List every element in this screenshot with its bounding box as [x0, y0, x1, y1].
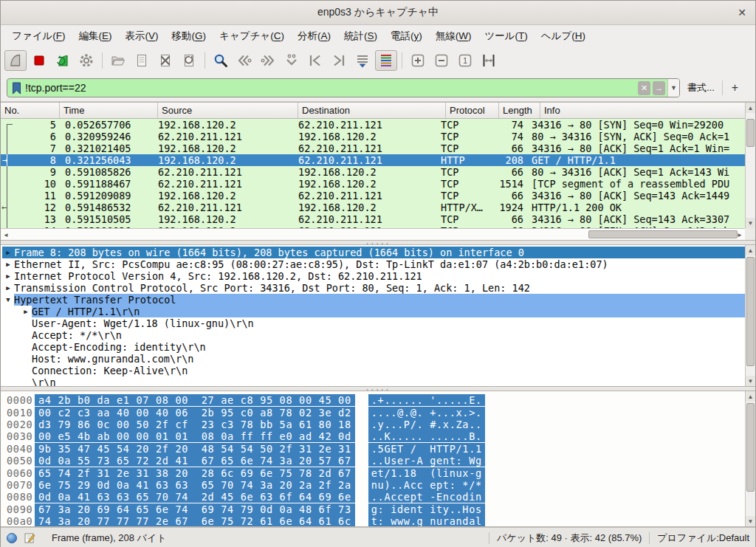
capture-comment-icon[interactable]: [24, 532, 35, 543]
packet-row-7[interactable]: 70.321021405192.168.120.262.210.211.121T…: [1, 142, 745, 154]
apply-filter-icon[interactable]: →: [653, 81, 665, 95]
go-forward-button[interactable]: [257, 50, 279, 71]
hex-row-0060[interactable]: 006065 74 2f 31 2e 31 38 20 28 6c 69 6e …: [1, 467, 755, 478]
hex-row-0040[interactable]: 00409b 35 47 45 54 20 2f 20 48 54 54 50 …: [1, 443, 755, 455]
collapsed-arrow-icon[interactable]: ▶: [2, 270, 14, 282]
file-save-button[interactable]: [131, 50, 153, 71]
close-icon[interactable]: ✕: [738, 7, 746, 18]
hex-row-0080[interactable]: 00800d 0a 41 63 63 65 70 74 2d 45 6e 63 …: [1, 491, 755, 503]
hex-row-0010[interactable]: 001000 c2 c3 aa 40 00 40 06 2b 95 c0 a8 …: [1, 406, 755, 418]
scroll-left-icon[interactable]: [1, 230, 11, 240]
menu-item-f[interactable]: ファイル(F): [5, 27, 72, 46]
menu-item-s[interactable]: 統計(S): [337, 27, 384, 46]
zoom-original-button[interactable]: 1: [454, 50, 476, 71]
vscrollbar-thumb[interactable]: [746, 403, 755, 492]
find-packet-button[interactable]: [210, 50, 232, 71]
packet-row-13[interactable]: 130.591510505192.168.120.262.210.211.121…: [1, 213, 745, 225]
zoom-in-button[interactable]: [407, 50, 429, 71]
zoom-out-button[interactable]: [430, 50, 453, 71]
vscrollbar-thumb[interactable]: [746, 257, 755, 366]
scroll-down-icon[interactable]: [746, 376, 755, 386]
hex-row-0090[interactable]: 009067 3a 20 69 64 65 6e 74 69 74 79 0d …: [1, 503, 755, 515]
column-header-no[interactable]: No.: [1, 103, 60, 118]
hex-row-0020[interactable]: 0020d3 79 86 0c 00 50 2f cf 23 c3 78 bb …: [1, 419, 755, 430]
menu-item-v[interactable]: 表示(V): [119, 27, 165, 46]
menu-item-y[interactable]: 電話(y): [384, 27, 429, 46]
scroll-down-icon[interactable]: [746, 218, 755, 228]
file-reload-button[interactable]: [178, 50, 200, 71]
packet-row-5[interactable]: 50.052657706192.168.120.262.210.211.121T…: [1, 119, 745, 131]
scroll-down-icon[interactable]: [746, 516, 755, 526]
vscrollbar-thumb[interactable]: [746, 119, 755, 147]
details-vscrollbar[interactable]: [745, 245, 755, 386]
detail-row-7[interactable]: Accept: */*\r\n: [2, 329, 745, 341]
detail-row-1[interactable]: ▶Ethernet II, Src: PcsCompu_ae:c8:95 (08…: [2, 258, 745, 270]
hex-row-0000[interactable]: 0000a4 2b b0 da e1 07 08 00 27 ae c8 95 …: [1, 394, 755, 406]
column-header-info[interactable]: Info: [540, 103, 745, 118]
detail-row-5[interactable]: ▶GET / HTTP/1.1\r\n: [2, 306, 745, 317]
file-open-button[interactable]: [107, 50, 129, 71]
colorize-button[interactable]: [375, 50, 397, 71]
menu-item-g[interactable]: 移動(G): [165, 27, 213, 46]
file-close-button[interactable]: [154, 50, 176, 71]
status-profile[interactable]: プロファイル:Default: [657, 531, 749, 545]
menu-item-t[interactable]: ツール(T): [478, 27, 534, 46]
column-header-source[interactable]: Source: [158, 103, 298, 118]
go-first-button[interactable]: [304, 50, 326, 71]
detail-row-3[interactable]: ▶Transmission Control Protocol, Src Port…: [2, 282, 745, 294]
menu-item-h[interactable]: ヘルプ(H): [535, 27, 592, 46]
packet-list-vscrollbar[interactable]: [745, 103, 755, 228]
hscrollbar-thumb[interactable]: [588, 230, 738, 238]
clear-filter-icon[interactable]: ✕: [638, 81, 650, 95]
capture-options-button[interactable]: [75, 50, 97, 71]
collapsed-arrow-icon[interactable]: ▶: [2, 247, 14, 258]
detail-row-8[interactable]: Accept-Encoding: identity\r\n: [2, 341, 745, 353]
display-filter-input[interactable]: [25, 80, 638, 96]
scroll-up-icon[interactable]: [746, 103, 755, 113]
expert-info-icon[interactable]: [7, 533, 17, 543]
hex-row-0070[interactable]: 00706e 75 29 0d 0a 41 63 63 65 70 74 3a …: [1, 479, 755, 491]
resize-columns-button[interactable]: [478, 50, 500, 71]
auto-scroll-button[interactable]: [351, 50, 374, 71]
column-header-length[interactable]: Length: [499, 103, 540, 118]
capture-stop-button[interactable]: [28, 50, 50, 71]
scroll-up-icon[interactable]: [746, 391, 755, 402]
hex-row-0050[interactable]: 00500d 0a 55 73 65 72 2d 41 67 65 6e 74 …: [1, 455, 755, 467]
collapsed-arrow-icon[interactable]: ▶: [2, 282, 14, 294]
detail-row-2[interactable]: ▶Internet Protocol Version 4, Src: 192.1…: [2, 270, 745, 282]
menu-item-w[interactable]: 無線(W): [429, 27, 478, 46]
detail-row-9[interactable]: Host: www.gnurandal.com\r\n: [2, 353, 745, 365]
detail-row-10[interactable]: Connection: Keep-Alive\r\n: [2, 365, 745, 376]
collapsed-arrow-icon[interactable]: ▶: [20, 306, 32, 317]
packet-row-9[interactable]: 90.59108582662.210.211.121192.168.120.2T…: [1, 166, 745, 178]
scroll-up-icon[interactable]: [746, 245, 755, 255]
bytes-vscrollbar[interactable]: [745, 391, 755, 526]
capture-restart-button[interactable]: [52, 50, 74, 71]
add-filter-button[interactable]: +: [723, 81, 747, 94]
column-header-protocol[interactable]: Protocol: [446, 103, 499, 118]
filter-expression-button[interactable]: 書式...: [680, 81, 722, 94]
title-bar[interactable]: enp0s3 からキャプチャ中 ✕: [1, 1, 755, 25]
column-header-destination[interactable]: Destination: [298, 103, 446, 118]
filter-history-dropdown-icon[interactable]: ▼: [667, 79, 679, 97]
hex-row-0030[interactable]: 003000 e5 4b ab 00 00 01 01 08 0a ff ff …: [1, 430, 755, 442]
packet-row-8[interactable]: 80.321256043192.168.120.262.210.211.121H…: [1, 154, 745, 166]
expanded-arrow-icon[interactable]: ▼: [2, 294, 14, 306]
go-back-button[interactable]: [233, 50, 255, 71]
menu-item-e[interactable]: 編集(E): [72, 27, 119, 46]
column-header-time[interactable]: Time: [60, 103, 158, 118]
menu-item-c[interactable]: キャプチャ(C): [213, 27, 291, 46]
packet-row-6[interactable]: 60.32095924662.210.211.121192.168.120.2T…: [1, 131, 745, 142]
packet-row-12[interactable]: 120.59148653262.210.211.121192.168.120.2…: [1, 202, 745, 213]
capture-start-button[interactable]: [4, 50, 27, 71]
hex-row-00a0[interactable]: 00a074 3a 20 77 77 77 2e 67 6e 75 72 61 …: [1, 515, 755, 527]
detail-row-4[interactable]: ▼Hypertext Transfer Protocol: [2, 294, 745, 306]
go-to-packet-button[interactable]: [281, 50, 303, 71]
packet-row-10[interactable]: 100.59118846762.210.211.121192.168.120.2…: [1, 178, 745, 190]
menu-item-a[interactable]: 分析(A): [291, 27, 337, 46]
collapsed-arrow-icon[interactable]: ▶: [2, 258, 14, 270]
packet-row-11[interactable]: 110.591209089192.168.120.262.210.211.121…: [1, 190, 745, 202]
detail-row-0[interactable]: ▶Frame 8: 208 bytes on wire (1664 bits),…: [2, 247, 745, 258]
bookmark-icon[interactable]: [7, 82, 25, 94]
go-last-button[interactable]: [328, 50, 350, 71]
